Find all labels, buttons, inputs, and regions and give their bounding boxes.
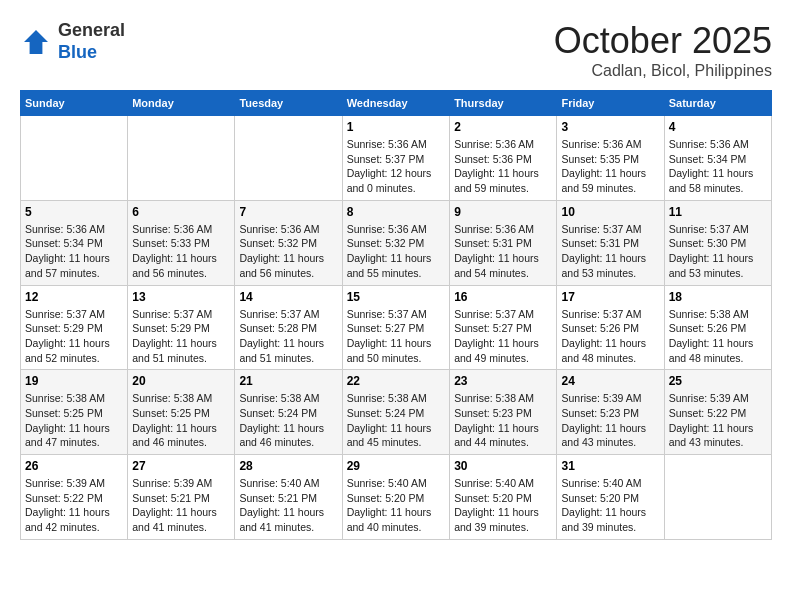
calendar-cell: 15Sunrise: 5:37 AM Sunset: 5:27 PM Dayli… bbox=[342, 285, 449, 370]
calendar-cell: 29Sunrise: 5:40 AM Sunset: 5:20 PM Dayli… bbox=[342, 455, 449, 540]
day-number: 16 bbox=[454, 290, 552, 304]
day-number: 9 bbox=[454, 205, 552, 219]
calendar-cell: 13Sunrise: 5:37 AM Sunset: 5:29 PM Dayli… bbox=[128, 285, 235, 370]
cell-details: Sunrise: 5:38 AM Sunset: 5:26 PM Dayligh… bbox=[669, 307, 767, 366]
day-number: 20 bbox=[132, 374, 230, 388]
day-number: 1 bbox=[347, 120, 445, 134]
logo-icon bbox=[20, 26, 52, 58]
cell-details: Sunrise: 5:36 AM Sunset: 5:36 PM Dayligh… bbox=[454, 137, 552, 196]
day-number: 6 bbox=[132, 205, 230, 219]
cell-details: Sunrise: 5:37 AM Sunset: 5:28 PM Dayligh… bbox=[239, 307, 337, 366]
calendar-cell: 17Sunrise: 5:37 AM Sunset: 5:26 PM Dayli… bbox=[557, 285, 664, 370]
day-number: 11 bbox=[669, 205, 767, 219]
calendar-cell: 1Sunrise: 5:36 AM Sunset: 5:37 PM Daylig… bbox=[342, 116, 449, 201]
calendar-cell: 10Sunrise: 5:37 AM Sunset: 5:31 PM Dayli… bbox=[557, 200, 664, 285]
cell-details: Sunrise: 5:40 AM Sunset: 5:20 PM Dayligh… bbox=[347, 476, 445, 535]
day-number: 24 bbox=[561, 374, 659, 388]
week-row-3: 12Sunrise: 5:37 AM Sunset: 5:29 PM Dayli… bbox=[21, 285, 772, 370]
calendar-cell bbox=[128, 116, 235, 201]
calendar-cell: 9Sunrise: 5:36 AM Sunset: 5:31 PM Daylig… bbox=[450, 200, 557, 285]
week-row-1: 1Sunrise: 5:36 AM Sunset: 5:37 PM Daylig… bbox=[21, 116, 772, 201]
calendar-cell: 25Sunrise: 5:39 AM Sunset: 5:22 PM Dayli… bbox=[664, 370, 771, 455]
calendar-cell: 5Sunrise: 5:36 AM Sunset: 5:34 PM Daylig… bbox=[21, 200, 128, 285]
day-number: 15 bbox=[347, 290, 445, 304]
calendar-table: SundayMondayTuesdayWednesdayThursdayFrid… bbox=[20, 90, 772, 540]
calendar-cell: 18Sunrise: 5:38 AM Sunset: 5:26 PM Dayli… bbox=[664, 285, 771, 370]
day-number: 3 bbox=[561, 120, 659, 134]
logo-blue: Blue bbox=[58, 42, 125, 64]
day-number: 31 bbox=[561, 459, 659, 473]
day-number: 30 bbox=[454, 459, 552, 473]
cell-details: Sunrise: 5:38 AM Sunset: 5:25 PM Dayligh… bbox=[25, 391, 123, 450]
cell-details: Sunrise: 5:38 AM Sunset: 5:23 PM Dayligh… bbox=[454, 391, 552, 450]
cell-details: Sunrise: 5:39 AM Sunset: 5:21 PM Dayligh… bbox=[132, 476, 230, 535]
cell-details: Sunrise: 5:39 AM Sunset: 5:22 PM Dayligh… bbox=[25, 476, 123, 535]
calendar-cell: 31Sunrise: 5:40 AM Sunset: 5:20 PM Dayli… bbox=[557, 455, 664, 540]
calendar-cell: 19Sunrise: 5:38 AM Sunset: 5:25 PM Dayli… bbox=[21, 370, 128, 455]
day-number: 26 bbox=[25, 459, 123, 473]
calendar-cell bbox=[235, 116, 342, 201]
day-number: 23 bbox=[454, 374, 552, 388]
day-number: 13 bbox=[132, 290, 230, 304]
day-number: 18 bbox=[669, 290, 767, 304]
calendar-cell: 24Sunrise: 5:39 AM Sunset: 5:23 PM Dayli… bbox=[557, 370, 664, 455]
cell-details: Sunrise: 5:37 AM Sunset: 5:29 PM Dayligh… bbox=[132, 307, 230, 366]
day-number: 22 bbox=[347, 374, 445, 388]
day-number: 7 bbox=[239, 205, 337, 219]
calendar-cell bbox=[21, 116, 128, 201]
cell-details: Sunrise: 5:37 AM Sunset: 5:29 PM Dayligh… bbox=[25, 307, 123, 366]
cell-details: Sunrise: 5:36 AM Sunset: 5:31 PM Dayligh… bbox=[454, 222, 552, 281]
calendar-cell bbox=[664, 455, 771, 540]
weekday-header-wednesday: Wednesday bbox=[342, 91, 449, 116]
weekday-header-tuesday: Tuesday bbox=[235, 91, 342, 116]
calendar-cell: 23Sunrise: 5:38 AM Sunset: 5:23 PM Dayli… bbox=[450, 370, 557, 455]
logo-general: General bbox=[58, 20, 125, 42]
calendar-cell: 21Sunrise: 5:38 AM Sunset: 5:24 PM Dayli… bbox=[235, 370, 342, 455]
cell-details: Sunrise: 5:37 AM Sunset: 5:30 PM Dayligh… bbox=[669, 222, 767, 281]
cell-details: Sunrise: 5:37 AM Sunset: 5:26 PM Dayligh… bbox=[561, 307, 659, 366]
calendar-cell: 7Sunrise: 5:36 AM Sunset: 5:32 PM Daylig… bbox=[235, 200, 342, 285]
cell-details: Sunrise: 5:38 AM Sunset: 5:24 PM Dayligh… bbox=[347, 391, 445, 450]
day-number: 10 bbox=[561, 205, 659, 219]
day-number: 4 bbox=[669, 120, 767, 134]
cell-details: Sunrise: 5:36 AM Sunset: 5:37 PM Dayligh… bbox=[347, 137, 445, 196]
logo-text: General Blue bbox=[58, 20, 125, 63]
cell-details: Sunrise: 5:37 AM Sunset: 5:27 PM Dayligh… bbox=[347, 307, 445, 366]
cell-details: Sunrise: 5:37 AM Sunset: 5:27 PM Dayligh… bbox=[454, 307, 552, 366]
calendar-cell: 12Sunrise: 5:37 AM Sunset: 5:29 PM Dayli… bbox=[21, 285, 128, 370]
cell-details: Sunrise: 5:36 AM Sunset: 5:33 PM Dayligh… bbox=[132, 222, 230, 281]
day-number: 21 bbox=[239, 374, 337, 388]
calendar-cell: 26Sunrise: 5:39 AM Sunset: 5:22 PM Dayli… bbox=[21, 455, 128, 540]
weekday-header-saturday: Saturday bbox=[664, 91, 771, 116]
cell-details: Sunrise: 5:36 AM Sunset: 5:32 PM Dayligh… bbox=[239, 222, 337, 281]
logo: General Blue bbox=[20, 20, 125, 63]
calendar-cell: 28Sunrise: 5:40 AM Sunset: 5:21 PM Dayli… bbox=[235, 455, 342, 540]
week-row-5: 26Sunrise: 5:39 AM Sunset: 5:22 PM Dayli… bbox=[21, 455, 772, 540]
calendar-cell: 3Sunrise: 5:36 AM Sunset: 5:35 PM Daylig… bbox=[557, 116, 664, 201]
cell-details: Sunrise: 5:36 AM Sunset: 5:34 PM Dayligh… bbox=[25, 222, 123, 281]
calendar-cell: 14Sunrise: 5:37 AM Sunset: 5:28 PM Dayli… bbox=[235, 285, 342, 370]
cell-details: Sunrise: 5:40 AM Sunset: 5:20 PM Dayligh… bbox=[561, 476, 659, 535]
calendar-cell: 16Sunrise: 5:37 AM Sunset: 5:27 PM Dayli… bbox=[450, 285, 557, 370]
calendar-cell: 6Sunrise: 5:36 AM Sunset: 5:33 PM Daylig… bbox=[128, 200, 235, 285]
cell-details: Sunrise: 5:36 AM Sunset: 5:32 PM Dayligh… bbox=[347, 222, 445, 281]
location-title: Cadlan, Bicol, Philippines bbox=[554, 62, 772, 80]
calendar-cell: 8Sunrise: 5:36 AM Sunset: 5:32 PM Daylig… bbox=[342, 200, 449, 285]
cell-details: Sunrise: 5:38 AM Sunset: 5:24 PM Dayligh… bbox=[239, 391, 337, 450]
page-header: General Blue October 2025 Cadlan, Bicol,… bbox=[20, 20, 772, 80]
day-number: 2 bbox=[454, 120, 552, 134]
weekday-header-monday: Monday bbox=[128, 91, 235, 116]
cell-details: Sunrise: 5:37 AM Sunset: 5:31 PM Dayligh… bbox=[561, 222, 659, 281]
day-number: 17 bbox=[561, 290, 659, 304]
day-number: 27 bbox=[132, 459, 230, 473]
cell-details: Sunrise: 5:36 AM Sunset: 5:34 PM Dayligh… bbox=[669, 137, 767, 196]
calendar-cell: 2Sunrise: 5:36 AM Sunset: 5:36 PM Daylig… bbox=[450, 116, 557, 201]
svg-marker-0 bbox=[24, 30, 48, 54]
calendar-cell: 27Sunrise: 5:39 AM Sunset: 5:21 PM Dayli… bbox=[128, 455, 235, 540]
day-number: 28 bbox=[239, 459, 337, 473]
week-row-2: 5Sunrise: 5:36 AM Sunset: 5:34 PM Daylig… bbox=[21, 200, 772, 285]
calendar-cell: 20Sunrise: 5:38 AM Sunset: 5:25 PM Dayli… bbox=[128, 370, 235, 455]
cell-details: Sunrise: 5:39 AM Sunset: 5:22 PM Dayligh… bbox=[669, 391, 767, 450]
day-number: 12 bbox=[25, 290, 123, 304]
weekday-header-thursday: Thursday bbox=[450, 91, 557, 116]
